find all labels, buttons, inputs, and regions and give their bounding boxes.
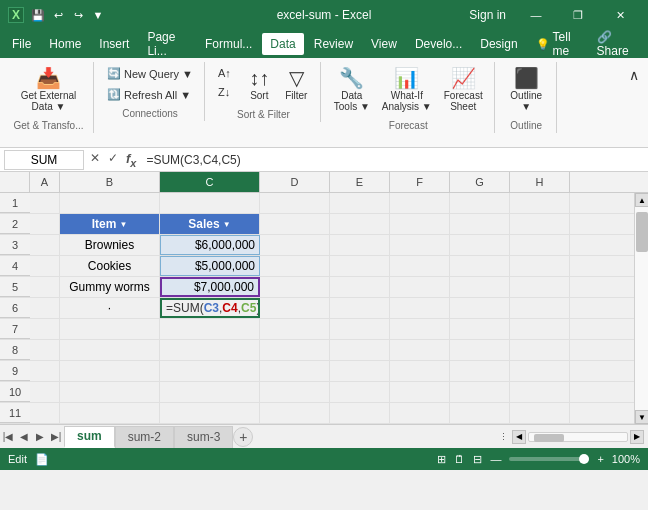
what-if-analysis-button[interactable]: 📊 What-IfAnalysis ▼ (377, 64, 437, 116)
cell-e4[interactable] (330, 256, 390, 276)
cell-h10[interactable] (510, 382, 570, 402)
sheet-last-button[interactable]: ▶| (48, 429, 64, 445)
cell-h7[interactable] (510, 319, 570, 339)
col-header-c[interactable]: C (160, 172, 260, 192)
row-header-6[interactable]: 6 (0, 298, 30, 318)
view-normal-icon[interactable]: ⊞ (437, 453, 446, 466)
cell-a3[interactable] (30, 235, 60, 255)
cell-d1[interactable] (260, 193, 330, 213)
col-header-f[interactable]: F (390, 172, 450, 192)
cell-a5[interactable] (30, 277, 60, 297)
cell-h11[interactable] (510, 403, 570, 423)
scroll-up-button[interactable]: ▲ (635, 193, 648, 207)
sheet-first-button[interactable]: |◀ (0, 429, 16, 445)
cell-c5[interactable]: $7,000,000 (160, 277, 260, 297)
cell-f7[interactable] (390, 319, 450, 339)
cell-g10[interactable] (450, 382, 510, 402)
menu-share[interactable]: 🔗 Share (589, 26, 644, 62)
cell-g1[interactable] (450, 193, 510, 213)
cell-c2-sales[interactable]: Sales ▼ (160, 214, 260, 234)
row-header-9[interactable]: 9 (0, 361, 30, 381)
cell-c9[interactable] (160, 361, 260, 381)
cell-e7[interactable] (330, 319, 390, 339)
scroll-thumb[interactable] (636, 212, 648, 252)
col-header-g[interactable]: G (450, 172, 510, 192)
menu-data[interactable]: Data (262, 33, 303, 55)
cell-a9[interactable] (30, 361, 60, 381)
cell-a8[interactable] (30, 340, 60, 360)
cell-a2[interactable] (30, 214, 60, 234)
cell-d9[interactable] (260, 361, 330, 381)
confirm-formula-icon[interactable]: ✓ (106, 151, 120, 169)
cell-d10[interactable] (260, 382, 330, 402)
add-sheet-button[interactable]: + (233, 427, 253, 447)
sort-az-button[interactable]: A↑ (213, 64, 236, 82)
cell-e6[interactable] (330, 298, 390, 318)
cell-d2[interactable] (260, 214, 330, 234)
cell-c10[interactable] (160, 382, 260, 402)
cell-g5[interactable] (450, 277, 510, 297)
cell-h4[interactable] (510, 256, 570, 276)
cell-g3[interactable] (450, 235, 510, 255)
cell-f5[interactable] (390, 277, 450, 297)
cell-a10[interactable] (30, 382, 60, 402)
cell-e3[interactable] (330, 235, 390, 255)
cell-f6[interactable] (390, 298, 450, 318)
cell-e2[interactable] (330, 214, 390, 234)
h-scroll-left-button[interactable]: ◀ (512, 430, 526, 444)
row-header-5[interactable]: 5 (0, 277, 30, 297)
redo-button[interactable]: ↪ (70, 7, 86, 23)
zoom-out-icon[interactable]: — (490, 453, 501, 465)
get-external-data-button[interactable]: 📥 Get ExternalData ▼ (16, 64, 82, 116)
menu-review[interactable]: Review (306, 33, 361, 55)
cell-b5[interactable]: Gummy worms (60, 277, 160, 297)
cell-d7[interactable] (260, 319, 330, 339)
cell-a6[interactable] (30, 298, 60, 318)
cell-f8[interactable] (390, 340, 450, 360)
cell-h3[interactable] (510, 235, 570, 255)
col-header-a[interactable]: A (30, 172, 60, 192)
cell-g2[interactable] (450, 214, 510, 234)
cell-e9[interactable] (330, 361, 390, 381)
col-header-h[interactable]: H (510, 172, 570, 192)
vertical-scrollbar[interactable]: ▲ ▼ (634, 193, 648, 424)
cell-e1[interactable] (330, 193, 390, 213)
cell-f11[interactable] (390, 403, 450, 423)
cell-c4[interactable]: $5,000,000 (160, 256, 260, 276)
cell-c6-formula[interactable]: =SUM(C3,C4,C5) (160, 298, 260, 318)
new-query-button[interactable]: 🔄 New Query ▼ (102, 64, 198, 83)
cell-e11[interactable] (330, 403, 390, 423)
cell-f3[interactable] (390, 235, 450, 255)
cell-f10[interactable] (390, 382, 450, 402)
cell-b11[interactable] (60, 403, 160, 423)
collapse-ribbon-button[interactable]: ∧ (624, 64, 644, 86)
cell-d11[interactable] (260, 403, 330, 423)
cell-f1[interactable] (390, 193, 450, 213)
cell-b9[interactable] (60, 361, 160, 381)
cell-g9[interactable] (450, 361, 510, 381)
data-tools-button[interactable]: 🔧 DataTools ▼ (329, 64, 375, 116)
row-header-10[interactable]: 10 (0, 382, 30, 402)
cell-c11[interactable] (160, 403, 260, 423)
cell-b8[interactable] (60, 340, 160, 360)
cell-d6[interactable] (260, 298, 330, 318)
cell-b1[interactable] (60, 193, 160, 213)
outline-button[interactable]: ⬛ Outline▼ (505, 64, 547, 116)
row-header-11[interactable]: 11 (0, 403, 30, 423)
cell-f4[interactable] (390, 256, 450, 276)
scroll-dots-icon[interactable]: ⋮ (497, 432, 510, 442)
col-header-e[interactable]: E (330, 172, 390, 192)
undo-button[interactable]: ↩ (50, 7, 66, 23)
cell-g6[interactable] (450, 298, 510, 318)
cell-h2[interactable] (510, 214, 570, 234)
row-header-4[interactable]: 4 (0, 256, 30, 276)
cell-g11[interactable] (450, 403, 510, 423)
cell-c8[interactable] (160, 340, 260, 360)
cell-c3[interactable]: $6,000,000 (160, 235, 260, 255)
cell-a11[interactable] (30, 403, 60, 423)
zoom-thumb[interactable] (579, 454, 589, 464)
menu-tell-me[interactable]: 💡 Tell me (528, 26, 587, 62)
cell-d4[interactable] (260, 256, 330, 276)
menu-design[interactable]: Design (472, 33, 525, 55)
row-header-3[interactable]: 3 (0, 235, 30, 255)
